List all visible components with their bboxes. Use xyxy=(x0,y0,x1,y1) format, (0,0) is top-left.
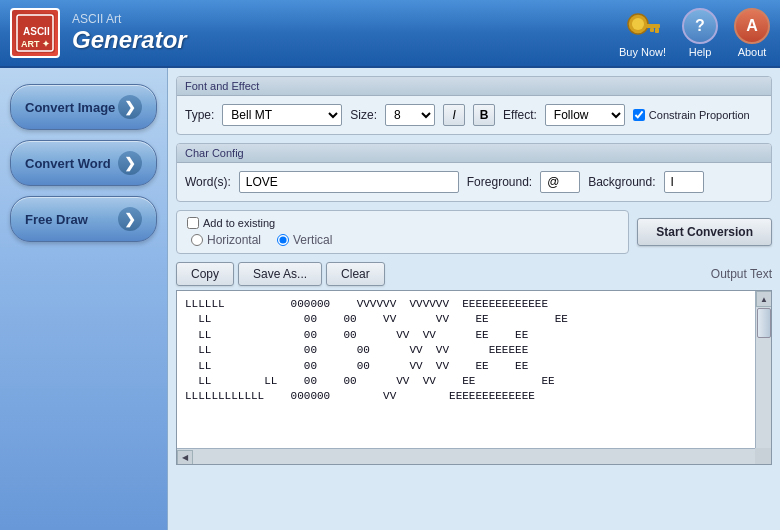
help-label: Help xyxy=(689,46,712,58)
main-container: Convert Image ❯ Convert Word ❯ Free Draw… xyxy=(0,68,780,530)
char-config-title: Char Config xyxy=(177,144,771,163)
add-to-existing-checkbox[interactable] xyxy=(187,217,199,229)
type-label: Type: xyxy=(185,108,214,122)
output-text-label: Output Text xyxy=(711,267,772,281)
content-area: Font and Effect Type: Bell MT Arial Cour… xyxy=(168,68,780,530)
scroll-up-arrow[interactable]: ▲ xyxy=(756,291,772,307)
char-config-panel: Char Config Word(s): Foreground: Backgro… xyxy=(176,143,772,202)
output-text[interactable]: LLLLLL 000000 VVVVVV VVVVVV EEEEEEEEEEEE… xyxy=(177,291,771,464)
buy-now-button[interactable]: Buy Now! xyxy=(619,8,666,58)
add-to-existing-checkbox-label[interactable]: Add to existing xyxy=(187,217,275,229)
constrain-label: Constrain Proportion xyxy=(649,109,750,121)
horizontal-radio-label[interactable]: Horizontal xyxy=(191,233,261,247)
convert-word-arrow-icon: ❯ xyxy=(118,151,142,175)
scroll-left-arrow[interactable]: ◀ xyxy=(177,450,193,466)
horizontal-label: Horizontal xyxy=(207,233,261,247)
app-subtitle: Generator xyxy=(72,26,187,54)
about-icon: A xyxy=(734,8,770,44)
svg-rect-7 xyxy=(655,28,659,33)
effect-label: Effect: xyxy=(503,108,537,122)
output-container: LLLLLL 000000 VVVVVV VVVVVV EEEEEEEEEEEE… xyxy=(176,290,772,465)
font-type-select[interactable]: Bell MT Arial Courier New Times New Roma… xyxy=(222,104,342,126)
vertical-label: Vertical xyxy=(293,233,332,247)
background-label: Background: xyxy=(588,175,655,189)
middle-row: Add to existing Horizontal Vertical Star… xyxy=(176,210,772,254)
scrollbar-corner xyxy=(755,448,771,464)
free-draw-arrow-icon: ❯ xyxy=(118,207,142,231)
buy-now-label: Buy Now! xyxy=(619,46,666,58)
free-draw-button[interactable]: Free Draw ❯ xyxy=(10,196,157,242)
horizontal-radio[interactable] xyxy=(191,234,203,246)
font-size-select[interactable]: 6 7 8 9 10 xyxy=(385,104,435,126)
horizontal-scrollbar[interactable]: ◀ xyxy=(177,448,755,464)
background-input[interactable] xyxy=(664,171,704,193)
bold-button[interactable]: B xyxy=(473,104,495,126)
font-effect-panel: Font and Effect Type: Bell MT Arial Cour… xyxy=(176,76,772,135)
scroll-thumb-vertical[interactable] xyxy=(757,308,771,338)
header: ASCII ART ✦ ASCII Art Generator Buy Now!… xyxy=(0,0,780,68)
action-row: Copy Save As... Clear Output Text xyxy=(168,258,780,290)
constrain-proportion-checkbox-label[interactable]: Constrain Proportion xyxy=(633,109,750,121)
sidebar: Convert Image ❯ Convert Word ❯ Free Draw… xyxy=(0,68,168,530)
constrain-proportion-checkbox[interactable] xyxy=(633,109,645,121)
key-icon xyxy=(624,8,660,44)
italic-button[interactable]: I xyxy=(443,104,465,126)
about-label: About xyxy=(738,46,767,58)
convert-image-label: Convert Image xyxy=(25,100,115,115)
vertical-scrollbar[interactable]: ▲ xyxy=(755,291,771,448)
convert-word-label: Convert Word xyxy=(25,156,111,171)
app-name: ASCII Art xyxy=(72,12,187,26)
convert-image-arrow-icon: ❯ xyxy=(118,95,142,119)
save-as-button[interactable]: Save As... xyxy=(238,262,322,286)
size-label: Size: xyxy=(350,108,377,122)
help-icon: ? xyxy=(682,8,718,44)
convert-image-button[interactable]: Convert Image ❯ xyxy=(10,84,157,130)
help-button[interactable]: ? Help xyxy=(682,8,718,58)
app-title-block: ASCII Art Generator xyxy=(72,12,187,54)
about-button[interactable]: A About xyxy=(734,8,770,58)
svg-text:ART ✦: ART ✦ xyxy=(21,39,50,49)
svg-point-5 xyxy=(632,18,644,30)
svg-text:ASCII: ASCII xyxy=(23,26,50,37)
copy-button[interactable]: Copy xyxy=(176,262,234,286)
svg-rect-8 xyxy=(650,28,654,32)
words-label: Word(s): xyxy=(185,175,231,189)
words-input[interactable] xyxy=(239,171,459,193)
effect-select[interactable]: Follow None Outline Shadow xyxy=(545,104,625,126)
add-to-existing-section: Add to existing Horizontal Vertical xyxy=(176,210,629,254)
clear-button[interactable]: Clear xyxy=(326,262,385,286)
app-logo: ASCII ART ✦ xyxy=(10,8,60,58)
add-to-existing-label: Add to existing xyxy=(203,217,275,229)
vertical-radio-label[interactable]: Vertical xyxy=(277,233,332,247)
font-effect-title: Font and Effect xyxy=(177,77,771,96)
convert-word-button[interactable]: Convert Word ❯ xyxy=(10,140,157,186)
foreground-label: Foreground: xyxy=(467,175,532,189)
foreground-input[interactable] xyxy=(540,171,580,193)
free-draw-label: Free Draw xyxy=(25,212,88,227)
svg-rect-6 xyxy=(646,24,660,28)
vertical-radio[interactable] xyxy=(277,234,289,246)
start-conversion-button[interactable]: Start Conversion xyxy=(637,218,772,246)
